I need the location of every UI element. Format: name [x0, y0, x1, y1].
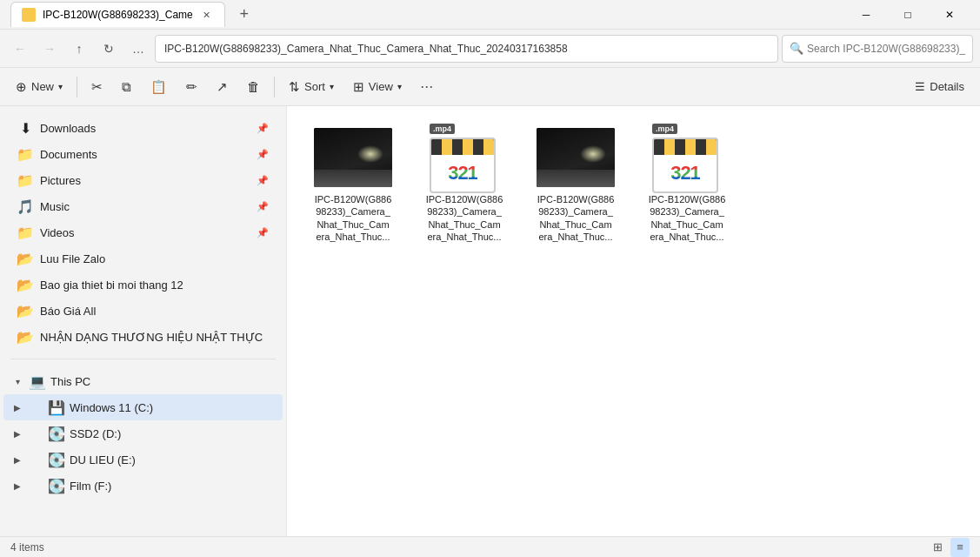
this-pc-section: ▾ 💻 This PC ▶ 💾 Windows 11 (C:) ▶ 💽 SSD2… — [0, 365, 286, 502]
folder-icon: 📂 — [17, 329, 33, 345]
maximize-button[interactable]: □ — [888, 2, 928, 28]
sidebar-item-e-drive[interactable]: ▶ 💽 DU LIEU (E:) — [3, 446, 283, 473]
sidebar-item-luu-file-zalo[interactable]: 📂 Luu File Zalo — [3, 245, 283, 272]
file-name: IPC-B120W(G88698233)_Camera_Nhat_Thuc_Ca… — [649, 193, 726, 243]
folder-icon: 📂 — [17, 277, 33, 292]
sidebar-item-this-pc[interactable]: ▾ 💻 This PC — [3, 368, 283, 394]
delete-icon: 🗑 — [247, 79, 260, 94]
copy-button[interactable]: ⧉ — [113, 72, 140, 102]
pin-icon: 📌 — [257, 227, 269, 238]
sort-button[interactable]: ⇅ Sort ▾ — [280, 72, 343, 102]
file-name: IPC-B120W(G88698233)_Camera_Nhat_Thuc_Ca… — [426, 193, 503, 243]
expand-arrow-c: ▶ — [10, 400, 24, 414]
cut-button[interactable]: ✂ — [83, 72, 111, 102]
folder-icon: 📂 — [17, 303, 33, 319]
search-input[interactable] — [807, 43, 965, 55]
toolbar-divider-2 — [274, 77, 275, 97]
e-drive-icon: 💽 — [49, 452, 64, 467]
sidebar-item-downloads[interactable]: ⬇ Downloads 📌 — [3, 115, 283, 141]
details-button[interactable]: ☰ Details — [906, 72, 973, 102]
file-thumbnail: .mp4 321 — [425, 127, 503, 188]
search-icon: 🔍 — [790, 42, 803, 55]
paste-button[interactable]: 📋 — [142, 72, 176, 102]
delete-button[interactable]: 🗑 — [238, 72, 269, 102]
address-bar: ← → ↑ ↻ … IPC-B120W(G88698233)_Camera_Nh… — [0, 30, 980, 68]
quick-access-section: ⬇ Downloads 📌 📁 Documents 📌 📁 Pictures 📌… — [0, 111, 286, 353]
folder-icon: 📂 — [17, 251, 33, 266]
videos-icon: 📁 — [17, 225, 33, 240]
new-button[interactable]: ⊕ New ▾ — [7, 72, 71, 102]
active-tab[interactable]: IPC-B120W(G88698233)_Came ✕ — [10, 2, 225, 27]
pin-icon: 📌 — [257, 123, 269, 134]
downloads-icon: ⬇ — [17, 120, 33, 136]
search-bar[interactable]: 🔍 — [782, 35, 973, 63]
back-button[interactable]: ← — [7, 36, 33, 62]
file-thumbnail: .mp4 321 — [648, 127, 726, 188]
sort-icon: ⇅ — [289, 79, 300, 95]
sidebar-divider — [10, 359, 276, 359]
d-drive-icon: 💽 — [49, 426, 64, 441]
sidebar-item-nhan-dang[interactable]: 📂 NHẬN DẠNG THƯƠNG HIỆU NHẬT THỰC — [3, 324, 283, 350]
sidebar-item-c-drive[interactable]: ▶ 💾 Windows 11 (C:) — [3, 394, 283, 420]
sidebar-item-d-drive[interactable]: ▶ 💽 SSD2 (D:) — [3, 420, 283, 446]
sidebar-item-videos[interactable]: 📁 Videos 📌 — [3, 219, 283, 245]
tab-title: IPC-B120W(G88698233)_Came — [43, 9, 193, 21]
toolbar-divider-1 — [77, 77, 77, 97]
status-bar: 4 items ⊞ ≡ — [0, 536, 980, 557]
view-toggle-group: ⊞ ≡ — [928, 538, 970, 557]
file-name: IPC-B120W(G88698233)_Camera_Nhat_Thuc_Ca… — [537, 193, 615, 243]
share-button[interactable]: ↗ — [208, 72, 237, 102]
refresh-button[interactable]: ↻ — [96, 36, 122, 62]
breadcrumb[interactable]: IPC-B120W(G88698233)_Camera_Nhat_Thuc_Ca… — [155, 35, 778, 63]
music-icon: 🎵 — [17, 198, 33, 214]
tab-close-button[interactable]: ✕ — [200, 8, 214, 22]
copy-icon: ⧉ — [122, 79, 131, 95]
sidebar-item-bao-gia-all[interactable]: 📂 Báo Giá All — [3, 298, 283, 324]
file-area[interactable]: IPC-B120W(G88698233)_Camera_Nhat_Thuc_Ca… — [287, 106, 980, 536]
pictures-icon: 📁 — [17, 172, 33, 188]
grid-view-button[interactable]: ⊞ — [928, 538, 947, 557]
expand-arrow: ▾ — [10, 374, 24, 388]
this-pc-icon: 💻 — [30, 373, 45, 389]
sidebar-item-music[interactable]: 🎵 Music 📌 — [3, 193, 283, 219]
sidebar-item-bao-gia-thiet-bi[interactable]: 📂 Bao gia thiet bi moi thang 12 — [3, 272, 283, 298]
list-item[interactable]: IPC-B120W(G88698233)_Camera_Nhat_Thuc_Ca… — [523, 120, 628, 250]
list-item[interactable]: .mp4 321 — [412, 120, 517, 250]
list-item[interactable]: .mp4 321 — [635, 120, 739, 250]
pin-icon: 📌 — [257, 201, 269, 212]
c-drive-icon: 💾 — [49, 399, 64, 415]
close-button[interactable]: ✕ — [930, 2, 970, 28]
view-button[interactable]: ⊞ View ▾ — [344, 72, 410, 102]
minimize-button[interactable]: ─ — [846, 2, 886, 28]
cut-icon: ✂ — [91, 79, 103, 95]
f-drive-icon: 💽 — [49, 478, 64, 493]
sidebar: ⬇ Downloads 📌 📁 Documents 📌 📁 Pictures 📌… — [0, 106, 287, 536]
rename-button[interactable]: ✏ — [177, 72, 206, 102]
new-tab-button[interactable]: + — [232, 3, 257, 27]
sidebar-item-documents[interactable]: 📁 Documents 📌 — [3, 141, 283, 167]
pin-icon: 📌 — [257, 149, 269, 160]
more-nav-button[interactable]: … — [125, 36, 151, 62]
list-item[interactable]: IPC-B120W(G88698233)_Camera_Nhat_Thuc_Ca… — [301, 120, 405, 250]
tab-folder-icon — [22, 8, 36, 22]
file-name: IPC-B120W(G88698233)_Camera_Nhat_Thuc_Ca… — [315, 193, 392, 243]
forward-button[interactable]: → — [37, 36, 63, 62]
toolbar: ⊕ New ▾ ✂ ⧉ 📋 ✏ ↗ 🗑 ⇅ Sort ▾ ⊞ View ▾ ··… — [0, 68, 980, 106]
pin-icon: 📌 — [257, 175, 269, 186]
up-button[interactable]: ↑ — [66, 36, 92, 62]
file-thumbnail — [314, 127, 392, 188]
expand-arrow-d: ▶ — [10, 426, 24, 440]
sidebar-item-f-drive[interactable]: ▶ 💽 Film (F:) — [3, 473, 283, 499]
items-count: 4 items — [10, 541, 44, 554]
list-view-button[interactable]: ≡ — [950, 538, 970, 557]
view-icon: ⊞ — [353, 79, 364, 95]
title-bar: IPC-B120W(G88698233)_Came ✕ + ─ □ ✕ — [0, 0, 980, 30]
share-icon: ↗ — [217, 79, 228, 95]
main-layout: ⬇ Downloads 📌 📁 Documents 📌 📁 Pictures 📌… — [0, 106, 980, 536]
new-icon: ⊕ — [16, 79, 27, 95]
file-thumbnail — [537, 127, 615, 188]
expand-arrow-f: ▶ — [10, 479, 24, 493]
more-options-button[interactable]: ··· — [412, 72, 442, 102]
paste-icon: 📋 — [150, 79, 167, 95]
sidebar-item-pictures[interactable]: 📁 Pictures 📌 — [3, 167, 283, 193]
